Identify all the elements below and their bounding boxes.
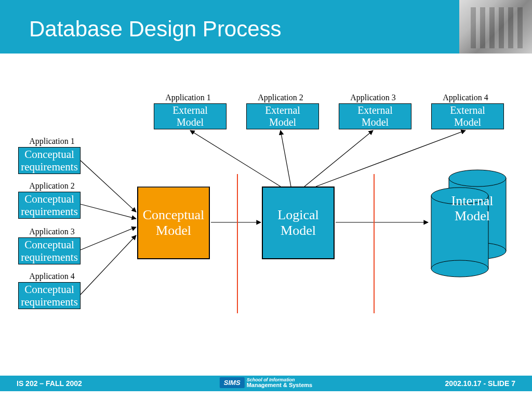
internal-model-cylinders: Internal Model	[429, 169, 502, 268]
req-app-label-1: Application 1	[23, 137, 81, 146]
slide-footer: IS 202 – FALL 2002 SIMS School of Inform…	[0, 376, 532, 391]
ext-app-label-3: Application 3	[342, 93, 404, 102]
req-app-label-3: Application 3	[23, 227, 81, 236]
sims-text-bot: Management & Systems	[247, 382, 313, 388]
diagram-stage: Application 1 Conceptual requirements Ap…	[0, 54, 532, 376]
req-box-1: Conceptual requirements	[18, 147, 81, 174]
slide-header: Database Design Process	[0, 0, 532, 54]
ext-app-label-4: Application 4	[434, 93, 497, 102]
svg-point-14	[449, 170, 506, 187]
req-box-2: Conceptual requirements	[18, 192, 81, 219]
header-photo	[459, 0, 532, 54]
sims-logo: SIMS	[220, 377, 245, 388]
svg-line-8	[304, 130, 373, 187]
sims-text: School of Information Management & Syste…	[247, 378, 313, 388]
footer-left-text: IS 202 – FALL 2002	[17, 379, 82, 388]
svg-line-6	[190, 130, 281, 187]
req-box-4: Conceptual requirements	[18, 282, 81, 309]
req-box-3: Conceptual requirements	[18, 237, 81, 264]
ext-app-label-2: Application 2	[249, 93, 312, 102]
footer-center-brand: SIMS School of Information Management & …	[220, 377, 312, 388]
svg-line-7	[281, 130, 291, 187]
logical-model-box: Logical Model	[262, 187, 335, 259]
ext-box-4: External Model	[431, 103, 504, 129]
svg-point-16	[431, 260, 488, 277]
conceptual-model-box: Conceptual Model	[137, 187, 210, 259]
ext-box-2: External Model	[246, 103, 319, 129]
svg-line-0	[81, 161, 136, 212]
footer-right-text: 2002.10.17 - SLIDE 7	[445, 379, 515, 388]
req-app-label-4: Application 4	[23, 272, 81, 281]
internal-model-label: Internal Model	[438, 194, 506, 223]
svg-line-3	[81, 235, 136, 295]
slide-title: Database Design Process	[29, 17, 282, 42]
svg-line-2	[81, 227, 136, 250]
svg-line-1	[81, 204, 136, 219]
ext-box-3: External Model	[339, 103, 411, 129]
ext-app-label-1: Application 1	[157, 93, 219, 102]
ext-box-1: External Model	[154, 103, 227, 129]
req-app-label-2: Application 2	[23, 181, 81, 191]
